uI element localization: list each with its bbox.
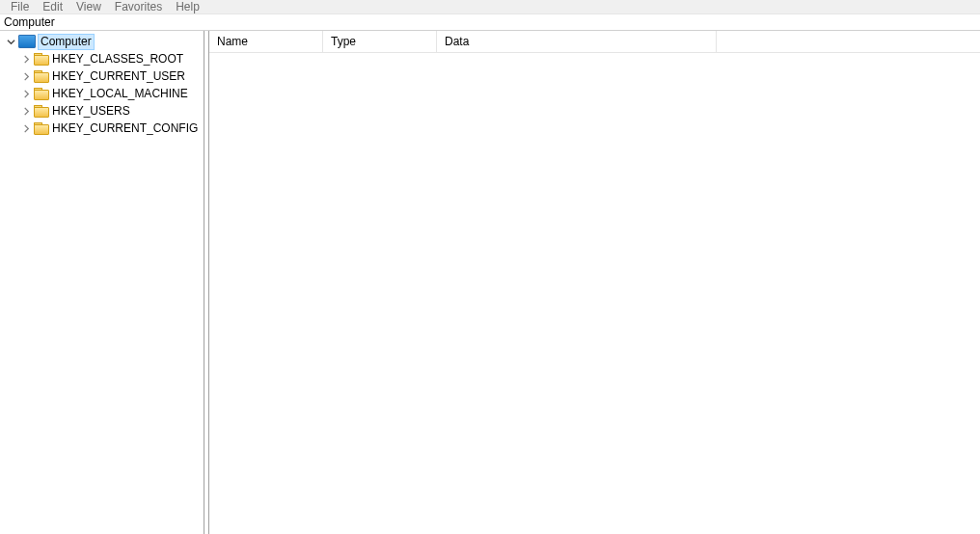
tree-node-hkcr[interactable]: HKEY_CLASSES_ROOT xyxy=(0,50,204,67)
list-pane: Name Type Data xyxy=(209,31,980,534)
tree-node-hklm[interactable]: HKEY_LOCAL_MACHINE xyxy=(0,85,204,102)
column-header-name[interactable]: Name xyxy=(209,31,323,52)
menubar: File Edit View Favorites Help xyxy=(0,0,980,14)
menu-help[interactable]: Help xyxy=(169,0,206,13)
address-path: Computer xyxy=(4,15,55,29)
column-header-type[interactable]: Type xyxy=(323,31,437,52)
menu-view[interactable]: View xyxy=(69,0,108,13)
tree-pane: Computer HKEY_CLASSES_ROOT HKEY_CURRENT_… xyxy=(0,31,204,534)
list-header: Name Type Data xyxy=(209,31,980,53)
chevron-right-icon[interactable] xyxy=(19,121,33,135)
address-bar[interactable]: Computer xyxy=(0,14,980,31)
tree-node-hku[interactable]: HKEY_USERS xyxy=(0,102,204,120)
tree-node-label: HKEY_CLASSES_ROOT xyxy=(52,50,183,67)
tree-node-label: Computer xyxy=(38,34,95,50)
tree-node-hkcu[interactable]: HKEY_CURRENT_USER xyxy=(0,67,204,85)
tree-node-label: HKEY_CURRENT_USER xyxy=(52,67,185,85)
folder-icon xyxy=(34,53,49,65)
chevron-down-icon[interactable] xyxy=(4,35,17,48)
folder-icon xyxy=(34,88,49,99)
menu-edit[interactable]: Edit xyxy=(36,0,69,13)
tree-node-label: HKEY_LOCAL_MACHINE xyxy=(52,85,188,102)
chevron-right-icon[interactable] xyxy=(19,87,33,100)
tree-node-label: HKEY_USERS xyxy=(52,102,130,120)
list-body[interactable] xyxy=(209,53,980,534)
tree-node-label: HKEY_CURRENT_CONFIG xyxy=(52,120,198,137)
chevron-right-icon[interactable] xyxy=(19,104,33,118)
chevron-right-icon[interactable] xyxy=(19,69,33,83)
folder-icon xyxy=(34,70,49,82)
tree-node-computer[interactable]: Computer xyxy=(0,33,204,50)
folder-icon xyxy=(34,105,49,117)
tree-node-hkcc[interactable]: HKEY_CURRENT_CONFIG xyxy=(0,120,204,137)
chevron-right-icon[interactable] xyxy=(19,52,33,66)
column-header-data[interactable]: Data xyxy=(437,31,717,52)
menu-favorites[interactable]: Favorites xyxy=(108,0,169,13)
folder-icon xyxy=(34,122,49,134)
computer-icon xyxy=(18,35,36,48)
client-area: Computer HKEY_CLASSES_ROOT HKEY_CURRENT_… xyxy=(0,31,980,534)
menu-file[interactable]: File xyxy=(4,0,36,13)
